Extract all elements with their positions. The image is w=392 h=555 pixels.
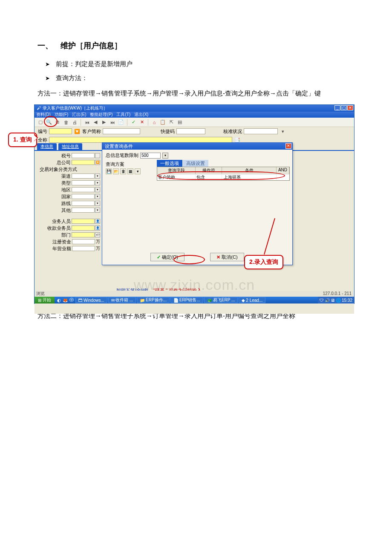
capital-input[interactable] <box>72 239 95 244</box>
menu-batch[interactable]: 整批处理(P) <box>90 112 112 117</box>
start-button[interactable]: ⊞开始 <box>35 297 55 304</box>
code-input[interactable] <box>49 128 72 134</box>
route-label: 路线 <box>61 200 71 207</box>
quick-input[interactable] <box>176 128 205 134</box>
tray-icon[interactable]: 🌐 <box>336 298 341 303</box>
app-window: 1. 查询 🖋 录入客户信息(WKW)［上机练习］ _ ▢ ✕ 资料(D) 功能… <box>34 104 355 304</box>
cancel-button[interactable]: ✕取消(C) <box>210 253 244 261</box>
clipboard-icon[interactable]: 📋 <box>159 119 166 126</box>
lookup-icon[interactable]: 🔽 <box>74 128 81 135</box>
bullet-icon: ➤ <box>45 75 50 81</box>
channel-input[interactable] <box>72 173 95 179</box>
next-icon[interactable]: ▶ <box>101 119 107 126</box>
first-icon[interactable]: ⏮ <box>84 119 90 126</box>
full-input[interactable] <box>49 137 232 143</box>
other-input[interactable] <box>72 208 95 213</box>
tab-address[interactable]: 地址信息 <box>58 143 82 150</box>
dropdown-icon[interactable]: ▾ <box>95 180 100 185</box>
area-label: 地区 <box>61 187 71 193</box>
home-icon[interactable]: ⌂ <box>151 119 158 126</box>
export-icon[interactable]: ⇱ <box>168 119 175 126</box>
dropdown-icon[interactable]: ▾ <box>95 173 100 179</box>
lookup-icon[interactable]: 🔽 <box>95 160 100 165</box>
toolbar-separator <box>81 119 81 126</box>
tray-icon[interactable]: 🛡 <box>320 298 324 303</box>
limit-input[interactable] <box>140 153 161 159</box>
report-icon[interactable]: ▤ <box>176 119 183 126</box>
delete-icon[interactable]: 🗑 <box>120 168 126 174</box>
menu-tool[interactable]: 工具(T) <box>116 112 130 117</box>
app-icon: 🖋 <box>37 106 41 110</box>
dialog-close-button[interactable]: ✕ <box>285 143 291 149</box>
close-button[interactable]: ✕ <box>347 105 353 110</box>
maximize-button[interactable]: ▢ <box>341 105 347 110</box>
dept-input[interactable] <box>72 232 95 237</box>
taskbar-item[interactable]: 🗔Windows... <box>75 297 107 303</box>
taskbar-item[interactable]: ◆2 Lead... <box>239 297 265 303</box>
lookup-icon[interactable]: 👤 <box>95 219 100 224</box>
limit-label: 总信息笔数限制 <box>106 152 138 159</box>
menu-exit[interactable]: 退出(X) <box>134 112 148 117</box>
dropdown-icon[interactable]: ▾ <box>95 208 100 213</box>
toolbar-separator <box>127 119 127 126</box>
quicklaunch-icon[interactable]: ◐ <box>57 298 61 303</box>
quick-label: 快捷码 <box>161 128 175 135</box>
tab-advanced[interactable]: 高级设置 <box>183 160 208 167</box>
taskbar-item[interactable]: 🐲易飞ERP ... <box>204 297 238 303</box>
tray-icon[interactable]: 🖥 <box>331 298 335 303</box>
route-input[interactable] <box>72 201 95 206</box>
collector-input[interactable] <box>72 225 95 231</box>
cancel-icon[interactable]: ✕ <box>138 119 145 126</box>
taskbar-item[interactable]: 📄ERP销售... <box>170 297 203 303</box>
last-icon[interactable]: ⏭ <box>109 119 116 126</box>
type-input[interactable] <box>72 180 95 185</box>
tray-icon[interactable]: 🔊 <box>325 298 330 303</box>
grid-icon[interactable]: ▦ <box>127 168 133 174</box>
dept-label: 部门 <box>61 232 71 238</box>
open-icon[interactable]: 📂 <box>113 168 119 174</box>
menu-func[interactable]: 功能(F) <box>55 112 69 117</box>
dropdown-icon[interactable]: ▾ <box>280 128 286 135</box>
tab-basic[interactable]: 本信息 <box>37 143 57 150</box>
confirm-icon[interactable]: ✓ <box>130 119 137 126</box>
save-icon[interactable]: 💾 <box>106 168 112 174</box>
turnover-label: 年营业额 <box>52 246 71 252</box>
approve-input[interactable] <box>244 128 278 134</box>
delete-icon[interactable]: 🗑 <box>63 119 69 126</box>
new-doc-icon[interactable]: ▢ <box>37 119 44 126</box>
dropdown-icon[interactable]: ▾ <box>95 194 100 199</box>
taskbar-item[interactable]: 📁ERP操作... <box>137 297 170 303</box>
turnover-input[interactable] <box>72 246 95 251</box>
tab-general[interactable]: 一般选项 <box>157 160 182 167</box>
country-input[interactable] <box>72 194 95 199</box>
dropdown-icon[interactable] <box>95 153 100 158</box>
quicklaunch-icon[interactable]: ⓔ <box>69 297 74 303</box>
bullet-prereq-text: 前提：判定是否是新增用户 <box>56 60 133 67</box>
prev-icon[interactable]: ◀ <box>92 119 99 126</box>
system-tray: 🛡 🔊 🖥 🌐 15:32 <box>318 297 354 304</box>
other-label: 其他 <box>61 207 71 214</box>
menu-export[interactable]: 汇出(E) <box>72 112 86 117</box>
quicklaunch-icon[interactable]: 🦊 <box>63 298 68 303</box>
taskbar: ⊞开始 ◐ 🦊 ⓔ 🗔Windows... ✉收件箱 ... 📁ERP操作...… <box>35 297 354 304</box>
sheet-icon[interactable]: 📄 <box>118 119 124 126</box>
tax-input[interactable] <box>72 153 95 158</box>
dropdown-icon[interactable]: ▾ <box>162 153 168 159</box>
lookup-icon[interactable]: 🏷 <box>95 232 100 237</box>
area-input[interactable] <box>72 187 95 192</box>
dropdown-icon[interactable]: ▾ <box>95 201 100 206</box>
abbr-input[interactable] <box>103 128 140 134</box>
taskbar-item[interactable]: ✉收件箱 ... <box>108 297 136 303</box>
print-icon[interactable]: 🖨 <box>71 119 78 126</box>
menubar[interactable]: 资料(D) 功能(F) 汇出(E) 整批处理(P) 工具(T) 退出(X) <box>35 112 354 118</box>
window-title: 录入客户信息(WKW)［上机练习］ <box>43 106 107 110</box>
minimize-button[interactable]: _ <box>334 105 340 110</box>
head-input[interactable] <box>72 160 95 165</box>
lookup-icon[interactable]: 👤 <box>95 225 100 231</box>
dropdown-icon[interactable]: ▾ <box>95 187 100 192</box>
dropdown-icon[interactable]: ▾ <box>135 168 141 174</box>
left-form: 税号 总公司🔽 交易对象分类方式 渠道▾ 类型▾ 地区▾ 国家▾ 路线▾ 其他▾… <box>37 153 100 252</box>
cross-icon: ✕ <box>216 254 220 260</box>
approve-label: 核准状况 <box>223 128 242 135</box>
sales-input[interactable] <box>72 219 95 224</box>
